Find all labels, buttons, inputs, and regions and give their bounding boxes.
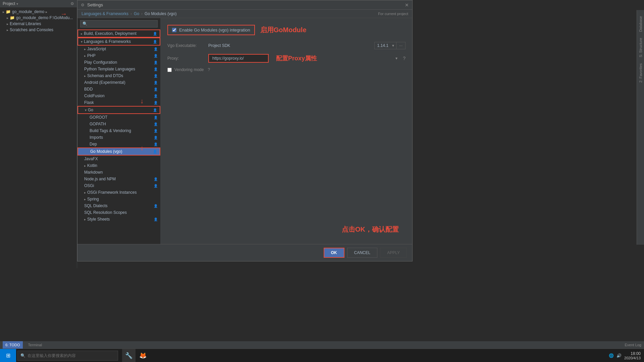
nav-search-container	[77, 18, 160, 29]
taskbar-search-box[interactable]: 🔍	[17, 351, 118, 361]
nav-item-flask[interactable]: Flask 👤	[77, 99, 160, 106]
nav-person-flask: 👤	[154, 101, 158, 105]
taskbar-tray: 🌐 🔊 18:00 2020/4/13	[609, 351, 644, 360]
nav-item-gopath[interactable]: GOPATH 👤	[77, 121, 160, 127]
proxy-row: Proxy: https://goproxy.io/ 配置Proxy属性 ▾ ?	[167, 54, 406, 63]
nav-item-play-config[interactable]: Play Configuration 👤	[77, 59, 160, 66]
nav-item-dep[interactable]: Dep 👤	[77, 141, 160, 147]
breadcrumb-current: Go Modules (vgo)	[145, 11, 176, 16]
vendoring-mode-checkbox[interactable]	[167, 68, 172, 72]
taskbar-browser-icon: 🦊	[139, 352, 147, 359]
enable-integration-checkbox[interactable]	[172, 28, 176, 32]
nav-arrow-build: ▸	[81, 32, 83, 36]
nav-item-spring[interactable]: ▸ Spring	[77, 196, 160, 202]
tray-network-icon: 🌐	[609, 353, 614, 358]
nav-item-markdown[interactable]: Markdown	[77, 169, 160, 176]
nav-item-go-modules[interactable]: Go Modules (vgo) 👤	[77, 147, 160, 156]
status-todo[interactable]: 6: TODO	[3, 341, 23, 349]
enable-integration-label: Enable Go Modules (vgo) integration	[179, 27, 250, 33]
status-terminal[interactable]: Terminal	[28, 343, 42, 347]
taskbar-search-input[interactable]	[28, 353, 115, 358]
nav-item-go[interactable]: ▾ Go 👤	[77, 106, 160, 114]
tree-item-scratches[interactable]: ▸ Scratches and Consoles	[0, 27, 77, 33]
nav-label-bdd: BDD	[84, 87, 93, 92]
settings-titlebar: ⚙ Settings ✕	[77, 0, 412, 10]
nav-label-coldfusion: ColdFusion	[84, 94, 105, 98]
breadcrumb-part2[interactable]: Go	[134, 11, 139, 16]
taskbar-app-ide[interactable]: 🔧	[122, 349, 136, 362]
nav-search-input[interactable]	[80, 20, 158, 27]
project-header[interactable]: Project ▾ ⚙	[0, 0, 77, 7]
breadcrumb-sep2: ›	[141, 11, 143, 16]
nav-item-python-template[interactable]: Python Template Languages 👤	[77, 66, 160, 72]
tray-clock: 18:00 2020/4/13	[624, 351, 641, 360]
annotation-go-module: 启用GoModule	[260, 25, 307, 35]
tree-arrow-demo: ▸	[7, 16, 8, 20]
nav-person-sql-dialects: 👤	[154, 204, 158, 208]
tray-volume-icon: 🔊	[616, 353, 622, 358]
nav-item-build-execution[interactable]: ▸ Build, Execution, Deployment 👤	[77, 29, 160, 38]
nav-person-go-modules: 👤	[153, 150, 157, 154]
nav-item-coldfusion[interactable]: ColdFusion 👤	[77, 93, 160, 99]
cancel-button[interactable]: CANCEL	[347, 248, 378, 258]
nav-label-imports: Imports	[90, 135, 103, 140]
more-options-btn[interactable]: ···	[396, 42, 406, 49]
nav-item-javafx[interactable]: JavaFX	[77, 156, 160, 162]
proxy-help-icon[interactable]: ?	[403, 56, 406, 61]
nav-item-imports[interactable]: Imports 👤	[77, 134, 160, 141]
ok-button[interactable]: OK	[324, 248, 344, 258]
nav-item-goroot[interactable]: GOROOT 👤	[77, 114, 160, 121]
nav-label-goroot: GOROOT	[90, 115, 107, 120]
breadcrumb-part1[interactable]: Languages & Frameworks	[82, 11, 128, 16]
nav-item-nodejs[interactable]: Node.js and NPM 👤	[77, 176, 160, 182]
vendoring-mode-label: Vendoring mode	[174, 67, 204, 72]
nav-label-build-tags: Build Tags & Vendoring	[90, 128, 131, 133]
sidebar-tab-structure[interactable]: S: Structure	[638, 35, 643, 60]
search-icon: 🔍	[20, 353, 25, 358]
tray-date: 2020/4/13	[624, 356, 641, 360]
vgo-executable-row: Vgo Executable: Project SDK 1.14.1 ▾ ···	[167, 42, 406, 49]
gear-icon[interactable]: ⚙	[70, 1, 74, 6]
nav-item-osgi-framework[interactable]: ▸ OSGi Framework Instances	[77, 189, 160, 196]
nav-label-js: JavaScript	[87, 47, 106, 51]
nav-arrow-js: ▸	[84, 47, 86, 51]
nav-item-bdd[interactable]: BDD 👤	[77, 86, 160, 93]
tree-item-ext-libs[interactable]: ▸ External Libraries	[0, 21, 77, 27]
nav-item-php[interactable]: ▸ PHP 👤	[77, 52, 160, 59]
sidebar-tab-database[interactable]: Database	[638, 13, 643, 35]
version-dropdown-arrow[interactable]: ▾	[392, 43, 394, 48]
tree-item-demo[interactable]: ▸ 📁 go_module_demo F:\GoModu...	[0, 15, 77, 21]
nav-item-schemas[interactable]: ▸ Schemas and DTDs 👤	[77, 72, 160, 79]
nav-item-kotlin[interactable]: ▸ Kotlin	[77, 162, 160, 169]
nav-label-go-modules: Go Modules (vgo)	[90, 149, 122, 154]
nav-item-languages[interactable]: ▾ Languages & Frameworks 👤	[77, 38, 160, 46]
nav-item-style-sheets[interactable]: ▸ Style Sheets 👤	[77, 216, 160, 223]
nav-person-python: 👤	[154, 67, 158, 71]
nav-item-osgi[interactable]: OSGi 👤	[77, 182, 160, 189]
project-panel: Project ▾ ⚙ ▸ 📁 go_module_demo ▸ ▸ 📁 go_…	[0, 0, 77, 268]
sidebar-tab-favorites[interactable]: 2: Favorites	[638, 61, 643, 85]
proxy-dropdown-arrow[interactable]: ▾	[395, 56, 397, 61]
nav-label-sql-dialects: SQL Dialects	[84, 203, 108, 208]
apply-button[interactable]: APPLY	[380, 248, 407, 258]
nav-person-coldfusion: 👤	[154, 94, 158, 98]
settings-window-title: Settings	[87, 2, 103, 7]
nav-item-build-tags[interactable]: Build Tags & Vendoring 👤	[77, 127, 160, 134]
nav-item-sql-dialects[interactable]: SQL Dialects 👤	[77, 202, 160, 209]
nav-person-nodejs: 👤	[154, 177, 158, 181]
taskbar: ⊞ 🔍 🔧 🦊 🌐 🔊 18:00 2020/4/13	[0, 349, 644, 362]
nav-item-android[interactable]: Android (Experimental) 👤	[77, 79, 160, 86]
vendoring-help-icon[interactable]: ?	[208, 67, 210, 72]
nav-label-markdown: Markdown	[84, 170, 103, 175]
close-icon[interactable]: ✕	[405, 2, 409, 8]
nav-person-schemas: 👤	[154, 74, 158, 78]
nav-item-javascript[interactable]: ▸ JavaScript 👤	[77, 46, 160, 52]
nav-item-sql-resolution[interactable]: SQL Resolution Scopes	[77, 209, 160, 216]
taskbar-app-browser[interactable]: 🦊	[136, 349, 150, 362]
tree-item-root[interactable]: ▸ 📁 go_module_demo ▸	[0, 9, 77, 15]
status-event-log[interactable]: Event Log	[625, 343, 641, 347]
nav-person-lang: 👤	[153, 40, 157, 44]
nav-person-gopath: 👤	[154, 122, 158, 126]
start-button[interactable]: ⊞	[0, 349, 16, 362]
nav-person-php: 👤	[154, 54, 158, 58]
